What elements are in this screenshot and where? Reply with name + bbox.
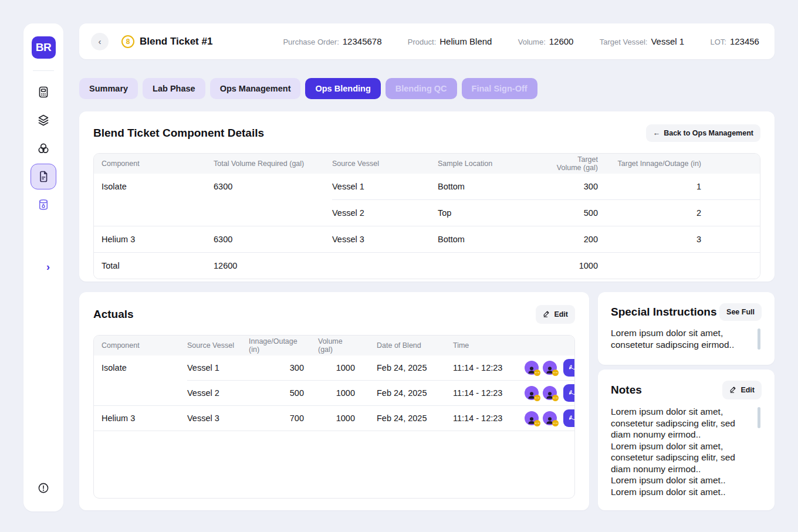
field-volume: Volume: 12600 [518,36,574,46]
section-title: Actuals [93,308,134,321]
avatar-status-badge [552,420,559,426]
scrollbar-thumb[interactable] [758,328,760,350]
column-header: Date of Blend [355,341,445,350]
sidebar-item-vessels[interactable] [31,192,56,218]
cell-innage: 300 [249,363,307,372]
signature-icon [567,413,575,424]
cell-component: Isolate [102,182,214,191]
vessel-drum-icon [36,198,50,212]
column-header: Source Vessel [332,160,438,168]
component-details-card: Blend Ticket Component Details ← Back to… [79,111,775,282]
operator-avatar[interactable] [525,361,539,375]
cell-sample-location: Bottom [438,182,555,191]
row-divider [94,431,574,431]
pencil-icon [729,385,737,395]
ticket-header: ‹ 8 Blend Ticket #1 Purchase Order: 1234… [79,23,775,59]
section-title: Notes [611,384,642,397]
scrollbar-thumb[interactable] [758,407,760,428]
column-header: Target Innage/Outage (in) [598,160,760,168]
cell-date: Feb 24, 2025 [355,363,445,372]
signature-button[interactable] [563,409,575,427]
avatar-status-badge [534,370,540,376]
tab-blending-qc[interactable]: Blending QC [386,78,457,99]
note-line: Lorem ipsum dolor sit amet, consetetur s… [611,440,751,475]
phase-tabs: Summary Lab Phase Ops Management Ops Ble… [79,78,537,99]
notes-card: Notes Edit Lorem ipsum dolor sit amet, c… [598,370,775,510]
column-header: Time [445,341,525,350]
cell-volume: 1000 [307,388,355,398]
actuals-edit-button[interactable]: Edit [536,305,575,324]
component-details-table: Component Total Volume Required (gal) So… [93,153,760,279]
operator-avatar[interactable] [525,386,539,400]
cell-innage: 500 [249,388,307,398]
cell-source-vessel: Vessel 2 [332,208,438,218]
actuals-table: Component Source Vessel Innage/Outage (i… [93,335,575,499]
sidebar-item-calculator[interactable] [31,79,56,105]
cell-volume: 1000 [307,414,355,423]
column-header: Total Volume Required (gal) [214,160,332,168]
avatar-status-badge [534,420,540,426]
cell-source-vessel: Vessel 1 [332,182,438,191]
field-value: 123456 [730,36,759,46]
table-row: Vessel 2 500 1000 Feb 24, 2025 11:14 - 1… [94,381,574,405]
table-row: Isolate 6300 Vessel 1 Bottom 300 1 [94,174,760,199]
column-header: Innage/Outage (in) [249,337,307,354]
sidebar-item-blend-tickets[interactable] [31,164,56,189]
cell-innage: 700 [249,414,307,423]
cell-component: Helium 3 [102,235,214,244]
cell-time: 11:14 - 12:23 [445,388,525,398]
field-product: Product: Helium Blend [408,36,492,46]
cell-date: Feb 24, 2025 [355,414,445,423]
cell-source-vessel: Vessel 3 [332,235,438,244]
sidebar-item-blend[interactable] [31,135,56,161]
table-row: Isolate Vessel 1 300 1000 Feb 24, 2025 1… [94,355,574,380]
tab-ops-management[interactable]: Ops Management [210,78,301,99]
cell-target-volume: 500 [555,208,598,218]
column-header: Volume (gal) [307,337,355,354]
note-line: Lorem ipsum dolor sit amet, consetetur s… [611,406,751,440]
avatar-status-badge [552,370,559,376]
special-instructions-text: Lorem ipsum dolor sit amet, consetetur s… [611,328,734,350]
avatar-status-badge [552,395,559,401]
special-instructions-text-area: Lorem ipsum dolor sit amet, consetetur s… [611,327,762,350]
tab-ops-blending[interactable]: Ops Blending [305,78,380,99]
cell-time: 11:14 - 12:23 [445,414,525,423]
field-lot: LOT: 123456 [710,36,759,46]
button-label: Edit [740,386,755,394]
back-button[interactable]: ‹ [91,33,109,50]
cell-total-target-volume: 1000 [555,261,598,270]
back-to-ops-management-button[interactable]: ← Back to Ops Management [646,124,760,142]
tab-summary[interactable]: Summary [79,78,138,99]
button-label: Edit [554,310,568,318]
cell-target-innage: 3 [598,235,760,244]
field-label: Product: [408,38,436,46]
sidebar-item-info[interactable] [31,475,56,501]
tab-final-sign-off[interactable]: Final Sign-Off [462,78,537,99]
see-full-button[interactable]: See Full [719,303,762,321]
notes-edit-button[interactable]: Edit [722,381,762,399]
field-label: Purchase Order: [283,38,339,46]
operator-avatar[interactable] [525,411,539,425]
color-blend-icon [36,141,50,155]
operator-avatar[interactable] [543,361,557,375]
field-value: 12600 [549,36,574,46]
sidebar-item-layers[interactable] [31,107,56,133]
field-target-vessel: Target Vessel: Vessel 1 [600,36,684,46]
note-line: Lorem ipsum dolor sit amet.. [611,475,751,486]
section-title: Special Instructions [611,306,717,318]
field-value: 12345678 [343,36,382,46]
tab-lab-phase[interactable]: Lab Phase [143,78,205,99]
operator-avatar[interactable] [543,411,557,425]
pencil-icon [543,310,550,319]
special-instructions-card: Special Instructions See Full Lorem ipsu… [598,292,775,365]
calculator-icon [36,85,50,99]
operator-avatar[interactable] [543,386,557,400]
signature-button[interactable] [563,384,575,402]
sidebar-expand-button[interactable]: › [33,256,56,278]
cell-target-innage: 1 [598,182,760,191]
cell-date: Feb 24, 2025 [355,388,445,398]
field-value: Helium Blend [439,36,492,46]
signature-button[interactable] [563,359,575,377]
field-purchase-order: Purchase Order: 12345678 [283,36,381,46]
row-actions [525,359,575,377]
